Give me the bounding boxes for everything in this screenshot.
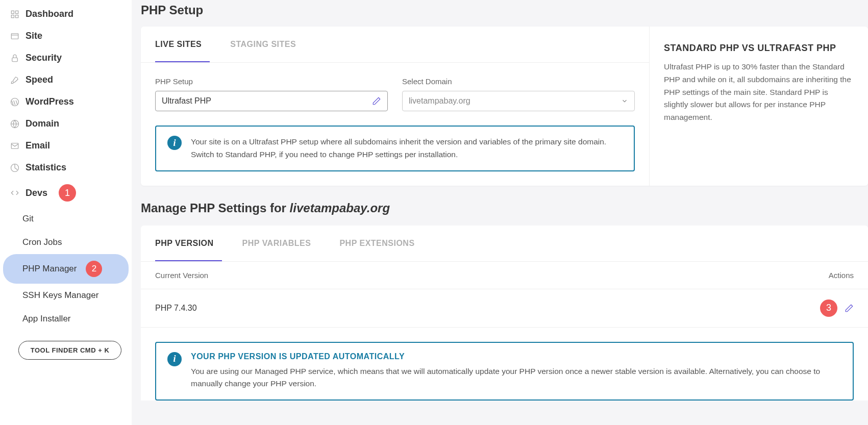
php-setup-card: LIVE SITES STAGING SITES PHP Setup Ultra… [141,27,868,186]
sidebar-sub-git[interactable]: Git [0,207,132,231]
auto-update-title: YOUR PHP VERSION IS UPDATED AUTOMATICALL… [191,352,841,361]
callout-badge-2: 2 [86,261,102,277]
sidebar-sub-label: PHP Manager [22,264,77,274]
svg-rect-3 [16,15,18,17]
mail-icon [10,141,19,151]
sidebar-sub-php-manager[interactable]: PHP Manager 2 [3,254,129,284]
php-setup-value: Ultrafast PHP [162,96,372,106]
sidebar-sub-ssh[interactable]: SSH Keys Manager [0,284,132,307]
side-panel-heading: STANDARD PHP VS ULTRAFAST PHP [664,43,854,54]
tab-php-extensions[interactable]: PHP EXTENSIONS [339,226,423,261]
page-title: PHP Setup [141,3,868,17]
sidebar-sub-app-installer[interactable]: App Installer [0,307,132,331]
callout-badge-1: 1 [59,184,76,202]
sidebar-item-domain[interactable]: Domain [0,113,132,135]
col-actions: Actions [829,271,854,280]
version-table-header: Current Version Actions [141,262,868,289]
edit-version-icon[interactable] [845,304,854,313]
tool-finder-button[interactable]: TOOL FINDER CMD + K [18,341,121,360]
site-icon [10,32,19,41]
sidebar-item-statistics[interactable]: Statistics [0,157,132,179]
setup-info-text: Your site is on a Ultrafast PHP setup wh… [191,136,623,161]
col-current-version: Current Version [155,271,208,280]
info-icon: i [167,136,182,150]
php-setup-input[interactable]: Ultrafast PHP [155,91,388,111]
main-content: PHP Setup LIVE SITES STAGING SITES PHP S… [132,0,868,425]
tab-live-sites[interactable]: LIVE SITES [155,27,210,62]
php-setup-label: PHP Setup [155,77,388,86]
sidebar-item-label: WordPress [26,96,74,107]
sidebar-item-wordpress[interactable]: WordPress [0,91,132,113]
select-domain-value: livetampabay.org [409,96,621,106]
sidebar-sub-label: Git [22,214,34,224]
sidebar-item-label: Security [26,53,62,63]
manage-settings-card: PHP VERSION PHP VARIABLES PHP EXTENSIONS… [141,226,868,401]
sidebar-sub-label: Cron Jobs [22,237,62,247]
tab-php-variables[interactable]: PHP VARIABLES [242,226,319,261]
manage-tabs: PHP VERSION PHP VARIABLES PHP EXTENSIONS [141,226,868,262]
sidebar-item-label: Domain [26,118,59,129]
sidebar-sub-label: App Installer [22,314,71,324]
setup-info-box: i Your site is on a Ultrafast PHP setup … [155,126,635,171]
sidebar-item-security[interactable]: Security [0,47,132,69]
sidebar-item-label: Site [26,31,42,41]
code-icon [10,188,19,197]
lock-icon [10,54,19,63]
wordpress-icon [10,97,19,107]
sidebar-item-label: Devs [26,188,47,198]
sidebar-sub-cron[interactable]: Cron Jobs [0,231,132,254]
auto-update-info-box: i YOUR PHP VERSION IS UPDATED AUTOMATICA… [155,342,854,401]
sidebar: Dashboard Site Security Speed WordPress … [0,0,132,425]
sidebar-item-label: Speed [26,74,53,85]
setup-tabs: LIVE SITES STAGING SITES [141,27,649,63]
tab-php-version[interactable]: PHP VERSION [155,226,222,261]
sidebar-item-label: Statistics [26,162,66,173]
select-domain-label: Select Domain [402,77,635,86]
sidebar-item-label: Email [26,140,50,151]
sidebar-sub-label: SSH Keys Manager [22,290,98,301]
callout-badge-3: 3 [820,299,837,317]
select-domain-field: Select Domain livetampabay.org [402,77,635,111]
setup-right-panel: STANDARD PHP VS ULTRAFAST PHP Ultrafast … [650,27,868,186]
sidebar-item-speed[interactable]: Speed [0,69,132,91]
tab-staging-sites[interactable]: STAGING SITES [230,27,304,62]
select-domain-dropdown[interactable]: livetampabay.org [402,91,635,111]
php-setup-field: PHP Setup Ultrafast PHP [155,77,388,111]
current-version-value: PHP 7.4.30 [155,304,197,313]
svg-rect-0 [11,11,14,13]
sidebar-item-devs[interactable]: Devs 1 [0,179,132,207]
auto-update-text: You are using our Managed PHP service, w… [191,365,841,391]
svg-rect-1 [16,11,18,13]
svg-rect-8 [11,143,18,148]
svg-rect-4 [11,33,18,39]
dashboard-icon [10,10,19,19]
chevron-down-icon [621,97,628,105]
row-actions: 3 [815,299,854,317]
setup-left-panel: LIVE SITES STAGING SITES PHP Setup Ultra… [141,27,650,186]
version-row: PHP 7.4.30 3 [141,289,868,328]
svg-rect-2 [11,15,14,17]
globe-icon [10,119,19,129]
sidebar-item-label: Dashboard [26,9,73,19]
info-icon: i [167,352,182,366]
manage-section-title: Manage PHP Settings for livetampabay.org [141,201,868,215]
sidebar-item-dashboard[interactable]: Dashboard [0,3,132,25]
chart-icon [10,163,19,172]
svg-rect-5 [12,58,18,62]
sidebar-item-site[interactable]: Site [0,25,132,47]
pencil-icon[interactable] [372,96,381,106]
sidebar-item-email[interactable]: Email [0,135,132,157]
side-panel-text: Ultrafast PHP is up to 30% faster than t… [664,61,854,124]
rocket-icon [10,76,19,85]
